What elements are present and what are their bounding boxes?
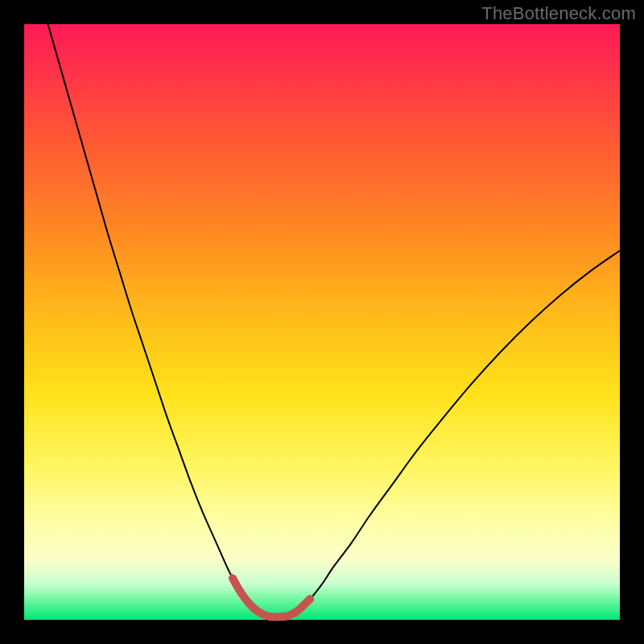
highlight-path <box>233 578 310 617</box>
bottleneck-curve <box>48 24 620 617</box>
watermark-text: TheBottleneck.com <box>481 3 636 24</box>
chart-svg <box>24 24 620 620</box>
curve-path <box>48 24 620 617</box>
plot-area <box>24 24 620 620</box>
chart-container: TheBottleneck.com <box>0 0 644 644</box>
optimal-zone-highlight <box>233 578 310 617</box>
